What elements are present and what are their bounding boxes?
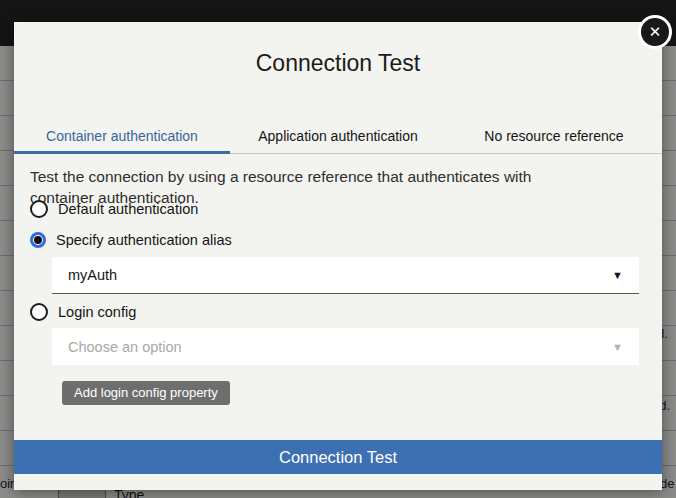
login-config-dropdown[interactable]: Choose an option ▼ <box>52 328 639 365</box>
dropdown-selected-value: myAuth <box>68 267 117 283</box>
connection-test-dialog: ✕ Connection Test Container authenticati… <box>14 22 662 490</box>
tab-application-authentication[interactable]: Application authentication <box>230 120 446 154</box>
close-icon[interactable]: ✕ <box>638 15 672 49</box>
auth-tabs: Container authentication Application aut… <box>14 120 662 154</box>
radio-default-authentication[interactable]: Default authentication <box>30 199 198 219</box>
radio-button-icon[interactable] <box>30 200 48 218</box>
dropdown-placeholder: Choose an option <box>68 339 182 355</box>
radio-specify-authentication-alias[interactable]: Specify authentication alias <box>30 230 232 250</box>
radio-button-icon[interactable] <box>30 303 48 321</box>
radio-label: Login config <box>58 304 136 320</box>
screen: oin Type d. ed. de ✕ Connection Test Con… <box>0 0 676 498</box>
dialog-title: Connection Test <box>14 22 662 77</box>
authentication-alias-dropdown[interactable]: myAuth ▼ <box>52 257 639 294</box>
connection-test-button[interactable]: Connection Test <box>14 440 662 474</box>
radio-label: Default authentication <box>58 201 198 217</box>
chevron-down-icon: ▼ <box>612 269 623 281</box>
radio-label: Specify authentication alias <box>56 232 232 248</box>
radio-login-config[interactable]: Login config <box>30 302 136 322</box>
add-login-config-property-button[interactable]: Add login config property <box>62 381 230 405</box>
chevron-down-icon: ▼ <box>612 341 623 353</box>
tab-no-resource-reference[interactable]: No resource reference <box>446 120 662 154</box>
tab-container-authentication[interactable]: Container authentication <box>14 120 230 154</box>
radio-button-selected-icon[interactable] <box>30 232 46 248</box>
